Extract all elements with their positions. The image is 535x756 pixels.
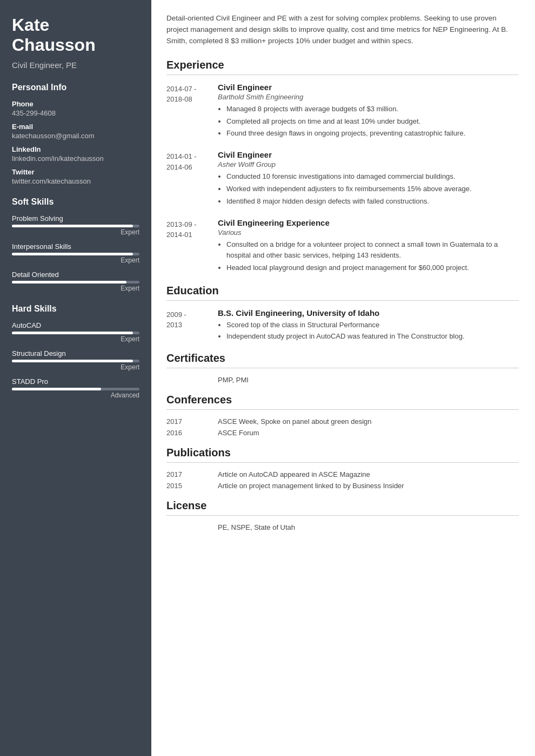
experience-section: Experience 2014-07 -2018-08 Civil Engine… bbox=[166, 59, 519, 275]
personal-info-section: Personal Info Phone 435-299-4608 E-mail … bbox=[12, 83, 139, 185]
edu-content: B.S. Civil Engineering, University of Id… bbox=[218, 308, 519, 342]
exp-company: Various bbox=[218, 228, 519, 237]
publications-list: 2017 Article on AutoCAD appeared in ASCE… bbox=[166, 470, 519, 490]
license-section: License PE, NSPE, State of Utah bbox=[166, 500, 519, 531]
hard-skills-section: Hard Skills AutoCAD Expert Structural De… bbox=[12, 304, 139, 399]
exp-content: Civil Engineer Barthold Smith Engineerin… bbox=[218, 83, 519, 140]
skill-bar-bg bbox=[12, 253, 139, 255]
edu-bullet: Scored top of the class in Structural Pe… bbox=[226, 320, 519, 331]
soft-skills-list: Problem Solving Expert Interpersonal Ski… bbox=[12, 214, 139, 292]
skill-name: Detail Oriented bbox=[12, 271, 139, 279]
twitter-label: Twitter bbox=[12, 168, 139, 176]
hard-skill-item: AutoCAD Expert bbox=[12, 321, 139, 343]
skill-bar-fill bbox=[12, 388, 101, 390]
skill-name: Structural Design bbox=[12, 349, 139, 357]
conf-desc: ASCE Week, Spoke on panel about green de… bbox=[218, 417, 519, 426]
cert-row: PMP, PMI bbox=[166, 376, 519, 384]
pub-year: 2017 bbox=[166, 470, 218, 478]
skill-bar-fill bbox=[12, 332, 133, 334]
phone-item: Phone 435-299-4608 bbox=[12, 100, 139, 117]
skill-name: Problem Solving bbox=[12, 214, 139, 222]
publications-section: Publications 2017 Article on AutoCAD app… bbox=[166, 447, 519, 490]
pub-year: 2015 bbox=[166, 482, 218, 490]
education-heading: Education bbox=[166, 285, 519, 297]
exp-bullet: Identified 8 major hidden design defects… bbox=[226, 196, 519, 207]
license-row: PE, NSPE, State of Utah bbox=[166, 523, 519, 531]
conference-row: 2016 ASCE Forum bbox=[166, 429, 519, 437]
summary: Detail-oriented Civil Engineer and PE wi… bbox=[166, 13, 519, 47]
hard-skill-item: STADD Pro Advanced bbox=[12, 377, 139, 399]
exp-bullets: Managed 8 projects with average budgets … bbox=[218, 104, 519, 139]
experience-divider bbox=[166, 75, 519, 75]
main-content: Detail-oriented Civil Engineer and PE wi… bbox=[151, 0, 535, 756]
edu-bullets: Scored top of the class in Structural Pe… bbox=[218, 320, 519, 342]
skill-bar-bg bbox=[12, 225, 139, 227]
soft-skill-item: Problem Solving Expert bbox=[12, 214, 139, 236]
cert-value: PMP, PMI bbox=[218, 376, 249, 384]
exp-date: 2014-01 -2014-06 bbox=[166, 150, 218, 208]
cert-spacer bbox=[166, 376, 218, 384]
sidebar: Kate Chausson Civil Engineer, PE Persona… bbox=[0, 0, 151, 756]
exp-date: 2014-07 -2018-08 bbox=[166, 83, 218, 140]
publication-row: 2017 Article on AutoCAD appeared in ASCE… bbox=[166, 470, 519, 478]
conferences-divider bbox=[166, 409, 519, 410]
skill-name: Interpersonal Skills bbox=[12, 242, 139, 251]
skill-bar-fill bbox=[12, 281, 126, 284]
exp-content: Civil Engineering Experience Various Con… bbox=[218, 218, 519, 275]
soft-skills-section: Soft Skills Problem Solving Expert Inter… bbox=[12, 197, 139, 292]
edu-degree: B.S. Civil Engineering, University of Id… bbox=[218, 308, 519, 318]
education-section: Education 2009 -2013 B.S. Civil Engineer… bbox=[166, 285, 519, 342]
certificates-section: Certificates PMP, PMI bbox=[166, 352, 519, 384]
conferences-section: Conferences 2017 ASCE Week, Spoke on pan… bbox=[166, 394, 519, 437]
exp-bullet: Found three design flaws in ongoing proj… bbox=[226, 128, 519, 139]
twitter-value: twitter.com/katechausson bbox=[12, 177, 139, 185]
exp-job-title: Civil Engineering Experience bbox=[218, 218, 519, 227]
skill-bar-bg bbox=[12, 360, 139, 362]
skill-level: Expert bbox=[12, 285, 139, 292]
linkedin-label: LinkedIn bbox=[12, 145, 139, 153]
exp-bullets: Conducted 10 forensic investigations int… bbox=[218, 171, 519, 207]
skill-name: AutoCAD bbox=[12, 321, 139, 329]
edu-bullet: Independent study project in AutoCAD was… bbox=[226, 331, 519, 342]
conferences-list: 2017 ASCE Week, Spoke on panel about gre… bbox=[166, 417, 519, 437]
soft-skills-heading: Soft Skills bbox=[12, 197, 139, 207]
skill-name: STADD Pro bbox=[12, 377, 139, 386]
exp-bullet: Managed 8 projects with average budgets … bbox=[226, 104, 519, 115]
linkedin-value: linkedin.com/in/katechausson bbox=[12, 154, 139, 163]
personal-info-heading: Personal Info bbox=[12, 83, 139, 92]
education-row: 2009 -2013 B.S. Civil Engineering, Unive… bbox=[166, 308, 519, 342]
candidate-name: Kate Chausson bbox=[12, 15, 139, 55]
skill-level: Advanced bbox=[12, 392, 139, 399]
phone-label: Phone bbox=[12, 100, 139, 108]
email-value: katechausson@gmail.com bbox=[12, 132, 139, 140]
email-label: E-mail bbox=[12, 123, 139, 131]
conf-year: 2017 bbox=[166, 417, 218, 426]
pub-desc: Article on AutoCAD appeared in ASCE Maga… bbox=[218, 470, 519, 478]
exp-bullets: Consulted on a bridge for a volunteer pr… bbox=[218, 239, 519, 274]
soft-skill-item: Detail Oriented Expert bbox=[12, 271, 139, 292]
skill-bar-bg bbox=[12, 388, 139, 390]
license-heading: License bbox=[166, 500, 519, 512]
education-list: 2009 -2013 B.S. Civil Engineering, Unive… bbox=[166, 308, 519, 342]
exp-bullet: Worked with independent adjusters to fix… bbox=[226, 184, 519, 195]
skill-level: Expert bbox=[12, 228, 139, 236]
certificates-divider bbox=[166, 368, 519, 368]
license-spacer bbox=[166, 523, 218, 531]
experience-row: 2014-01 -2014-06 Civil Engineer Asher Wo… bbox=[166, 150, 519, 208]
skill-level: Expert bbox=[12, 335, 139, 343]
exp-bullet: Completed all projects on time and at le… bbox=[226, 116, 519, 127]
publication-row: 2015 Article on project management linke… bbox=[166, 482, 519, 490]
experience-row: 2013-09 -2014-01 Civil Engineering Exper… bbox=[166, 218, 519, 275]
hard-skills-heading: Hard Skills bbox=[12, 304, 139, 314]
skill-level: Expert bbox=[12, 363, 139, 371]
email-item: E-mail katechausson@gmail.com bbox=[12, 123, 139, 140]
pub-desc: Article on project management linked to … bbox=[218, 482, 519, 490]
publications-heading: Publications bbox=[166, 447, 519, 459]
exp-job-title: Civil Engineer bbox=[218, 150, 519, 159]
exp-date: 2013-09 -2014-01 bbox=[166, 218, 218, 275]
hard-skills-list: AutoCAD Expert Structural Design Expert … bbox=[12, 321, 139, 399]
conf-desc: ASCE Forum bbox=[218, 429, 519, 437]
skill-bar-fill bbox=[12, 360, 133, 362]
resume-container: Kate Chausson Civil Engineer, PE Persona… bbox=[0, 0, 535, 756]
exp-company: Barthold Smith Engineering bbox=[218, 93, 519, 101]
